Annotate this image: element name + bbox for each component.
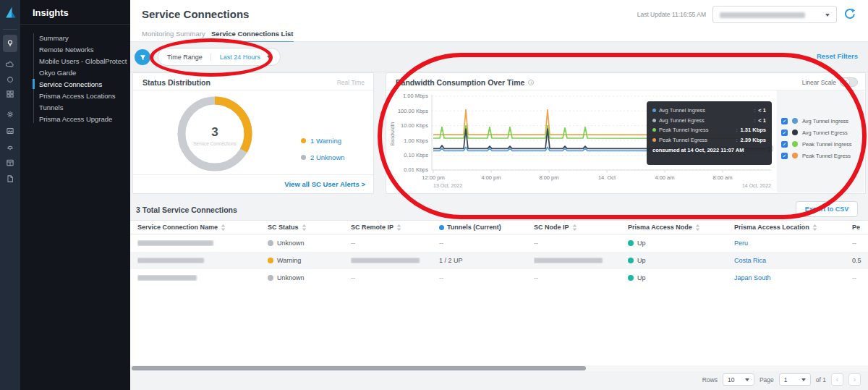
sort-icon[interactable] (695, 224, 700, 231)
sidebar-item-okyo-garde[interactable]: Okyo Garde (20, 67, 130, 78)
sidebar-item-summary[interactable]: Summary (20, 32, 130, 43)
legend-label: Avg Tunnel Ingress (802, 118, 848, 124)
column-header-sc-node-ip[interactable]: SC Node IP (534, 224, 628, 231)
status-text: Unknown (277, 274, 305, 281)
column-header-sc-remote-ip[interactable]: SC Remote IP (351, 224, 439, 231)
location-link[interactable]: Japan South (734, 274, 771, 281)
prev-page-button[interactable]: ‹ (831, 373, 843, 386)
table-cell: Costa Rica (734, 257, 852, 264)
grid-icon[interactable] (3, 87, 17, 101)
legend-checkbox[interactable]: ✓ (781, 153, 788, 159)
column-header-tunnels-current[interactable]: Tunnels (Current) (439, 224, 534, 231)
legend-item-avg-tunnel-egress[interactable]: ✓Avg Tunnel Egress (781, 127, 851, 138)
column-header-service-connection-name[interactable]: Service Connection Name (137, 224, 268, 231)
table-row[interactable]: Warning1 / 2 UPUpCosta Rica0.5 (130, 252, 868, 269)
redacted-value (137, 258, 204, 263)
bandwidth-legend: ✓Avg Tunnel Ingress✓Avg Tunnel Egress✓Pe… (781, 115, 851, 161)
status-text: Warning (277, 257, 301, 264)
rows-value: 10 (728, 376, 734, 383)
time-range-value[interactable]: Last 24 Hours (211, 54, 267, 61)
svg-text:10.00 Kbps: 10.00 Kbps (401, 122, 428, 129)
svg-text:4:00 pm: 4:00 pm (481, 174, 501, 181)
columns-icon[interactable] (3, 156, 17, 170)
sort-icon[interactable] (302, 224, 307, 231)
image-icon[interactable] (3, 124, 17, 138)
legend-checkbox[interactable]: ✓ (781, 130, 788, 136)
icon-rail (0, 0, 20, 390)
cell-text: 1 / 2 UP (439, 257, 463, 264)
redacted-value (534, 258, 603, 263)
legend-item-peak-tunnel-egress[interactable]: ✓Peak Tunnel Egress (781, 150, 851, 161)
refresh-icon[interactable] (843, 7, 858, 22)
location-link[interactable]: Costa Rica (734, 257, 766, 264)
table-cell: -- (534, 239, 628, 247)
scrollbar-thumb[interactable] (132, 366, 586, 370)
next-page-button[interactable]: › (848, 373, 861, 386)
sort-icon[interactable] (396, 224, 401, 231)
circle-icon[interactable] (3, 72, 17, 87)
tooltip-colon: : (754, 107, 755, 114)
status-legend-item-2-unknown[interactable]: 2 Unknown (301, 153, 345, 161)
column-header-prisma-access-node[interactable]: Prisma Access Node (628, 224, 734, 231)
donut-total-label: Service Connections (193, 141, 237, 146)
time-range-control[interactable]: Time Range Last 24 Hours (158, 48, 281, 66)
status-legend-label: 2 Unknown (310, 153, 345, 161)
column-header-prisma-access-location[interactable]: Prisma Access Location (734, 224, 852, 231)
document-icon[interactable] (3, 171, 17, 186)
page-select[interactable]: 1 (779, 373, 811, 386)
gear-icon[interactable] (3, 107, 17, 122)
sidebar-item-remote-networks[interactable]: Remote Networks (20, 43, 130, 55)
sidebar-item-tunnels[interactable]: Tunnels (20, 101, 130, 113)
sort-icon[interactable] (572, 224, 577, 231)
reset-filters-link[interactable]: Reset Filters (817, 52, 858, 60)
view-sc-user-alerts-link[interactable]: View all SC User Alerts > (284, 180, 365, 188)
legend-checkbox[interactable]: ✓ (781, 141, 788, 148)
cell-text: -- (439, 239, 443, 247)
filter-funnel-icon[interactable] (135, 49, 150, 65)
bell-icon[interactable] (3, 140, 17, 154)
status-text: Unknown (277, 239, 305, 247)
legend-checkbox[interactable]: ✓ (781, 118, 788, 124)
location-link[interactable]: Peru (734, 239, 748, 247)
status-dot-icon (301, 138, 306, 143)
insights-sidebar: Insights SummaryRemote NetworksMobile Us… (20, 0, 130, 390)
rows-per-page-select[interactable]: 10 (723, 373, 754, 386)
chart-tooltip: Avg Tunnel Ingress:< 1Avg Tunnel Egress:… (647, 101, 772, 165)
table-row[interactable]: Unknown------UpJapan South-- (130, 269, 868, 287)
legend-item-avg-tunnel-ingress[interactable]: ✓Avg Tunnel Ingress (781, 115, 851, 127)
sidebar-item-prisma-access-upgrade[interactable]: Prisma Access Upgrade (20, 113, 130, 124)
export-csv-button[interactable]: Export to CSV (796, 201, 858, 217)
sidebar-item-prisma-access-locations[interactable]: Prisma Access Locations (20, 90, 130, 101)
table-row[interactable]: Unknown------UpPeru-- (130, 234, 868, 252)
cloud-icon[interactable] (3, 58, 17, 72)
legend-item-peak-tunnel-ingress[interactable]: ✓Peak Tunnel Ingress (781, 138, 851, 150)
svg-text:4:00 am: 4:00 am (655, 174, 674, 181)
status-panel-title: Status Distribution (142, 78, 210, 87)
sidebar-item-service-connections[interactable]: Service Connections (20, 78, 130, 90)
tooltip-label: Avg Tunnel Egress (659, 117, 751, 124)
tenant-select[interactable] (712, 6, 837, 23)
sidebar-item-mobile-users-globalprotect[interactable]: Mobile Users - GlobalProtect (20, 55, 130, 67)
tab-monitoring-summary[interactable]: Monitoring Summary (142, 30, 205, 41)
legend-label: Avg Tunnel Egress (802, 130, 848, 136)
table-cell (351, 258, 439, 263)
tooltip-footer: consumed at 14 Oct, 2022 11:07 AM (652, 147, 766, 153)
column-header-pe[interactable]: Pe (852, 224, 868, 231)
sort-icon[interactable] (221, 224, 226, 231)
time-range-label: Time Range (167, 54, 211, 61)
sort-icon[interactable] (812, 224, 817, 231)
table-cell: Unknown (268, 239, 351, 247)
sidebar-title: Insights (20, 0, 130, 25)
status-legend-item-1-warning[interactable]: 1 Warning (301, 137, 345, 145)
cell-text: -- (351, 274, 355, 281)
column-label: Pe (852, 224, 860, 231)
table-cell: -- (534, 274, 628, 281)
status-dot-icon (301, 155, 306, 160)
sidebar-menu: SummaryRemote NetworksMobile Users - Glo… (20, 32, 130, 124)
insights-lightbulb-icon[interactable] (3, 35, 17, 52)
table-cell: Japan South (734, 274, 852, 281)
column-header-sc-status[interactable]: SC Status (268, 224, 351, 231)
column-label: Tunnels (Current) (447, 224, 501, 231)
prisma-logo-icon[interactable] (3, 5, 17, 20)
svg-text:14 Oct, 2022: 14 Oct, 2022 (742, 183, 771, 188)
